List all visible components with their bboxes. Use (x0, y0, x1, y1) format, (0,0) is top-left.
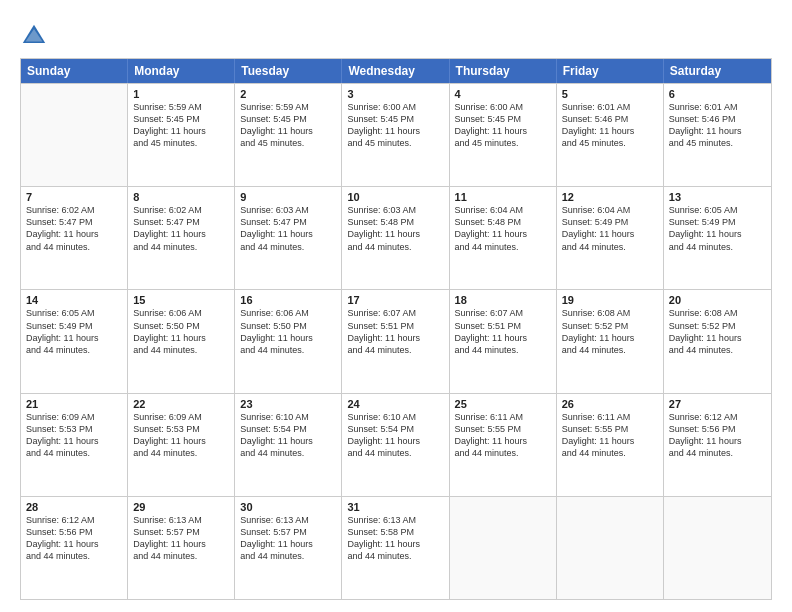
calendar-cell: 29Sunrise: 6:13 AM Sunset: 5:57 PM Dayli… (128, 497, 235, 599)
header-day-tuesday: Tuesday (235, 59, 342, 83)
calendar-cell: 9Sunrise: 6:03 AM Sunset: 5:47 PM Daylig… (235, 187, 342, 289)
day-info: Sunrise: 6:04 AM Sunset: 5:49 PM Dayligh… (562, 204, 658, 253)
day-info: Sunrise: 6:03 AM Sunset: 5:48 PM Dayligh… (347, 204, 443, 253)
day-number: 9 (240, 191, 336, 203)
day-info: Sunrise: 6:01 AM Sunset: 5:46 PM Dayligh… (562, 101, 658, 150)
logo-icon (20, 22, 48, 50)
calendar-row-2: 7Sunrise: 6:02 AM Sunset: 5:47 PM Daylig… (21, 186, 771, 289)
day-info: Sunrise: 6:09 AM Sunset: 5:53 PM Dayligh… (26, 411, 122, 460)
calendar-cell: 15Sunrise: 6:06 AM Sunset: 5:50 PM Dayli… (128, 290, 235, 392)
calendar-cell: 28Sunrise: 6:12 AM Sunset: 5:56 PM Dayli… (21, 497, 128, 599)
day-number: 3 (347, 88, 443, 100)
day-number: 24 (347, 398, 443, 410)
day-info: Sunrise: 6:13 AM Sunset: 5:58 PM Dayligh… (347, 514, 443, 563)
day-number: 26 (562, 398, 658, 410)
calendar-cell (557, 497, 664, 599)
day-info: Sunrise: 6:13 AM Sunset: 5:57 PM Dayligh… (133, 514, 229, 563)
day-info: Sunrise: 6:01 AM Sunset: 5:46 PM Dayligh… (669, 101, 766, 150)
calendar: SundayMondayTuesdayWednesdayThursdayFrid… (20, 58, 772, 600)
header-day-saturday: Saturday (664, 59, 771, 83)
calendar-cell: 26Sunrise: 6:11 AM Sunset: 5:55 PM Dayli… (557, 394, 664, 496)
day-info: Sunrise: 6:07 AM Sunset: 5:51 PM Dayligh… (347, 307, 443, 356)
calendar-cell: 30Sunrise: 6:13 AM Sunset: 5:57 PM Dayli… (235, 497, 342, 599)
day-number: 4 (455, 88, 551, 100)
calendar-cell: 17Sunrise: 6:07 AM Sunset: 5:51 PM Dayli… (342, 290, 449, 392)
day-number: 19 (562, 294, 658, 306)
day-info: Sunrise: 6:12 AM Sunset: 5:56 PM Dayligh… (26, 514, 122, 563)
day-number: 7 (26, 191, 122, 203)
calendar-cell: 3Sunrise: 6:00 AM Sunset: 5:45 PM Daylig… (342, 84, 449, 186)
day-number: 5 (562, 88, 658, 100)
day-number: 10 (347, 191, 443, 203)
day-info: Sunrise: 6:07 AM Sunset: 5:51 PM Dayligh… (455, 307, 551, 356)
day-number: 16 (240, 294, 336, 306)
logo (20, 22, 50, 50)
day-info: Sunrise: 6:11 AM Sunset: 5:55 PM Dayligh… (562, 411, 658, 460)
header-day-thursday: Thursday (450, 59, 557, 83)
day-info: Sunrise: 6:11 AM Sunset: 5:55 PM Dayligh… (455, 411, 551, 460)
calendar-cell (21, 84, 128, 186)
day-info: Sunrise: 6:13 AM Sunset: 5:57 PM Dayligh… (240, 514, 336, 563)
day-info: Sunrise: 6:06 AM Sunset: 5:50 PM Dayligh… (240, 307, 336, 356)
day-info: Sunrise: 6:12 AM Sunset: 5:56 PM Dayligh… (669, 411, 766, 460)
day-number: 22 (133, 398, 229, 410)
day-number: 17 (347, 294, 443, 306)
page-header (20, 18, 772, 50)
calendar-row-3: 14Sunrise: 6:05 AM Sunset: 5:49 PM Dayli… (21, 289, 771, 392)
calendar-cell: 2Sunrise: 5:59 AM Sunset: 5:45 PM Daylig… (235, 84, 342, 186)
day-info: Sunrise: 6:08 AM Sunset: 5:52 PM Dayligh… (562, 307, 658, 356)
day-number: 15 (133, 294, 229, 306)
day-number: 30 (240, 501, 336, 513)
calendar-cell (664, 497, 771, 599)
calendar-cell: 14Sunrise: 6:05 AM Sunset: 5:49 PM Dayli… (21, 290, 128, 392)
day-number: 21 (26, 398, 122, 410)
calendar-cell: 16Sunrise: 6:06 AM Sunset: 5:50 PM Dayli… (235, 290, 342, 392)
calendar-cell: 20Sunrise: 6:08 AM Sunset: 5:52 PM Dayli… (664, 290, 771, 392)
day-number: 11 (455, 191, 551, 203)
header-day-friday: Friday (557, 59, 664, 83)
day-number: 2 (240, 88, 336, 100)
day-info: Sunrise: 6:10 AM Sunset: 5:54 PM Dayligh… (240, 411, 336, 460)
header-day-sunday: Sunday (21, 59, 128, 83)
calendar-cell: 18Sunrise: 6:07 AM Sunset: 5:51 PM Dayli… (450, 290, 557, 392)
calendar-cell (450, 497, 557, 599)
day-info: Sunrise: 6:06 AM Sunset: 5:50 PM Dayligh… (133, 307, 229, 356)
calendar-cell: 13Sunrise: 6:05 AM Sunset: 5:49 PM Dayli… (664, 187, 771, 289)
calendar-body: 1Sunrise: 5:59 AM Sunset: 5:45 PM Daylig… (21, 83, 771, 599)
day-info: Sunrise: 6:09 AM Sunset: 5:53 PM Dayligh… (133, 411, 229, 460)
day-number: 31 (347, 501, 443, 513)
calendar-cell: 8Sunrise: 6:02 AM Sunset: 5:47 PM Daylig… (128, 187, 235, 289)
day-info: Sunrise: 5:59 AM Sunset: 5:45 PM Dayligh… (133, 101, 229, 150)
calendar-row-5: 28Sunrise: 6:12 AM Sunset: 5:56 PM Dayli… (21, 496, 771, 599)
day-number: 13 (669, 191, 766, 203)
calendar-cell: 4Sunrise: 6:00 AM Sunset: 5:45 PM Daylig… (450, 84, 557, 186)
day-info: Sunrise: 6:00 AM Sunset: 5:45 PM Dayligh… (347, 101, 443, 150)
calendar-cell: 1Sunrise: 5:59 AM Sunset: 5:45 PM Daylig… (128, 84, 235, 186)
calendar-cell: 21Sunrise: 6:09 AM Sunset: 5:53 PM Dayli… (21, 394, 128, 496)
day-number: 29 (133, 501, 229, 513)
day-number: 18 (455, 294, 551, 306)
header-day-wednesday: Wednesday (342, 59, 449, 83)
calendar-cell: 11Sunrise: 6:04 AM Sunset: 5:48 PM Dayli… (450, 187, 557, 289)
day-number: 20 (669, 294, 766, 306)
day-info: Sunrise: 6:10 AM Sunset: 5:54 PM Dayligh… (347, 411, 443, 460)
calendar-cell: 19Sunrise: 6:08 AM Sunset: 5:52 PM Dayli… (557, 290, 664, 392)
day-number: 14 (26, 294, 122, 306)
calendar-cell: 24Sunrise: 6:10 AM Sunset: 5:54 PM Dayli… (342, 394, 449, 496)
calendar-cell: 22Sunrise: 6:09 AM Sunset: 5:53 PM Dayli… (128, 394, 235, 496)
day-info: Sunrise: 5:59 AM Sunset: 5:45 PM Dayligh… (240, 101, 336, 150)
day-number: 27 (669, 398, 766, 410)
calendar-cell: 12Sunrise: 6:04 AM Sunset: 5:49 PM Dayli… (557, 187, 664, 289)
calendar-row-4: 21Sunrise: 6:09 AM Sunset: 5:53 PM Dayli… (21, 393, 771, 496)
calendar-cell: 10Sunrise: 6:03 AM Sunset: 5:48 PM Dayli… (342, 187, 449, 289)
calendar-cell: 6Sunrise: 6:01 AM Sunset: 5:46 PM Daylig… (664, 84, 771, 186)
day-number: 8 (133, 191, 229, 203)
calendar-cell: 31Sunrise: 6:13 AM Sunset: 5:58 PM Dayli… (342, 497, 449, 599)
day-number: 25 (455, 398, 551, 410)
day-info: Sunrise: 6:00 AM Sunset: 5:45 PM Dayligh… (455, 101, 551, 150)
calendar-cell: 23Sunrise: 6:10 AM Sunset: 5:54 PM Dayli… (235, 394, 342, 496)
header-day-monday: Monday (128, 59, 235, 83)
day-info: Sunrise: 6:02 AM Sunset: 5:47 PM Dayligh… (133, 204, 229, 253)
calendar-cell: 25Sunrise: 6:11 AM Sunset: 5:55 PM Dayli… (450, 394, 557, 496)
day-number: 28 (26, 501, 122, 513)
